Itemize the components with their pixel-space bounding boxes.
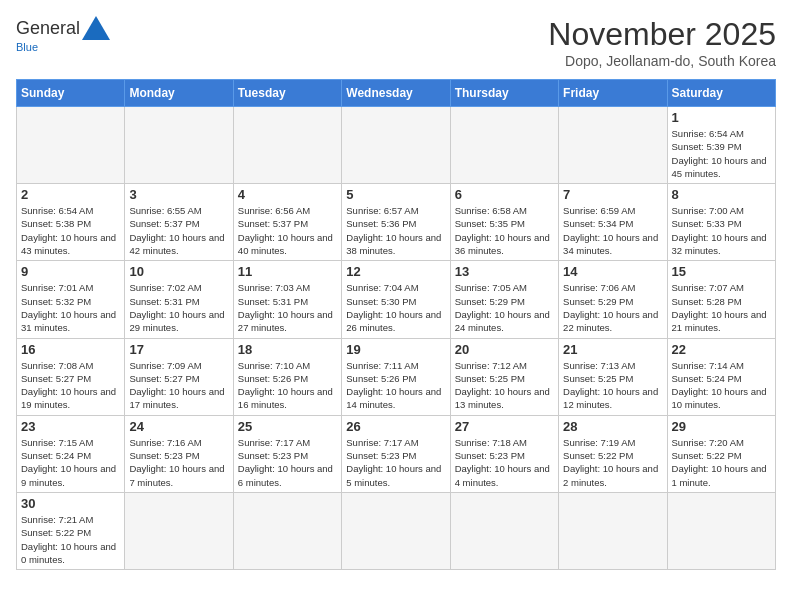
day-info: Sunrise: 6:55 AM Sunset: 5:37 PM Dayligh… [129,204,228,257]
calendar-header-row: SundayMondayTuesdayWednesdayThursdayFrid… [17,80,776,107]
calendar-week-row: 9Sunrise: 7:01 AM Sunset: 5:32 PM Daylig… [17,261,776,338]
calendar-cell: 14Sunrise: 7:06 AM Sunset: 5:29 PM Dayli… [559,261,667,338]
calendar-cell: 4Sunrise: 6:56 AM Sunset: 5:37 PM Daylig… [233,184,341,261]
day-info: Sunrise: 7:02 AM Sunset: 5:31 PM Dayligh… [129,281,228,334]
day-number: 23 [21,419,120,434]
calendar-cell [559,107,667,184]
day-number: 25 [238,419,337,434]
calendar-cell: 3Sunrise: 6:55 AM Sunset: 5:37 PM Daylig… [125,184,233,261]
day-info: Sunrise: 7:03 AM Sunset: 5:31 PM Dayligh… [238,281,337,334]
day-number: 3 [129,187,228,202]
calendar-cell: 2Sunrise: 6:54 AM Sunset: 5:38 PM Daylig… [17,184,125,261]
day-info: Sunrise: 7:06 AM Sunset: 5:29 PM Dayligh… [563,281,662,334]
calendar-cell: 23Sunrise: 7:15 AM Sunset: 5:24 PM Dayli… [17,415,125,492]
day-info: Sunrise: 7:09 AM Sunset: 5:27 PM Dayligh… [129,359,228,412]
day-of-week-header: Monday [125,80,233,107]
calendar-cell: 10Sunrise: 7:02 AM Sunset: 5:31 PM Dayli… [125,261,233,338]
calendar-cell: 11Sunrise: 7:03 AM Sunset: 5:31 PM Dayli… [233,261,341,338]
day-number: 9 [21,264,120,279]
day-info: Sunrise: 7:18 AM Sunset: 5:23 PM Dayligh… [455,436,554,489]
calendar-week-row: 2Sunrise: 6:54 AM Sunset: 5:38 PM Daylig… [17,184,776,261]
calendar-week-row: 30Sunrise: 7:21 AM Sunset: 5:22 PM Dayli… [17,492,776,569]
day-info: Sunrise: 6:58 AM Sunset: 5:35 PM Dayligh… [455,204,554,257]
day-info: Sunrise: 7:00 AM Sunset: 5:33 PM Dayligh… [672,204,771,257]
calendar-cell: 17Sunrise: 7:09 AM Sunset: 5:27 PM Dayli… [125,338,233,415]
day-number: 16 [21,342,120,357]
calendar-cell: 22Sunrise: 7:14 AM Sunset: 5:24 PM Dayli… [667,338,775,415]
day-number: 11 [238,264,337,279]
day-info: Sunrise: 7:17 AM Sunset: 5:23 PM Dayligh… [238,436,337,489]
calendar-cell [342,492,450,569]
logo-general: General [16,19,80,37]
calendar-cell: 18Sunrise: 7:10 AM Sunset: 5:26 PM Dayli… [233,338,341,415]
calendar-cell [559,492,667,569]
day-number: 1 [672,110,771,125]
subtitle: Dopo, Jeollanam-do, South Korea [548,53,776,69]
day-number: 22 [672,342,771,357]
day-of-week-header: Thursday [450,80,558,107]
day-number: 17 [129,342,228,357]
calendar-cell: 7Sunrise: 6:59 AM Sunset: 5:34 PM Daylig… [559,184,667,261]
calendar-cell: 1Sunrise: 6:54 AM Sunset: 5:39 PM Daylig… [667,107,775,184]
calendar-cell: 24Sunrise: 7:16 AM Sunset: 5:23 PM Dayli… [125,415,233,492]
calendar-cell: 12Sunrise: 7:04 AM Sunset: 5:30 PM Dayli… [342,261,450,338]
day-info: Sunrise: 7:11 AM Sunset: 5:26 PM Dayligh… [346,359,445,412]
calendar-table: SundayMondayTuesdayWednesdayThursdayFrid… [16,79,776,570]
day-number: 21 [563,342,662,357]
calendar-cell: 16Sunrise: 7:08 AM Sunset: 5:27 PM Dayli… [17,338,125,415]
day-number: 8 [672,187,771,202]
calendar-week-row: 16Sunrise: 7:08 AM Sunset: 5:27 PM Dayli… [17,338,776,415]
day-number: 27 [455,419,554,434]
title-section: November 2025 Dopo, Jeollanam-do, South … [548,16,776,69]
day-info: Sunrise: 7:20 AM Sunset: 5:22 PM Dayligh… [672,436,771,489]
day-info: Sunrise: 6:54 AM Sunset: 5:38 PM Dayligh… [21,204,120,257]
calendar-cell: 9Sunrise: 7:01 AM Sunset: 5:32 PM Daylig… [17,261,125,338]
day-number: 15 [672,264,771,279]
day-of-week-header: Friday [559,80,667,107]
calendar-cell [342,107,450,184]
day-info: Sunrise: 7:19 AM Sunset: 5:22 PM Dayligh… [563,436,662,489]
calendar-cell: 28Sunrise: 7:19 AM Sunset: 5:22 PM Dayli… [559,415,667,492]
calendar-cell [125,492,233,569]
day-number: 18 [238,342,337,357]
calendar-cell: 25Sunrise: 7:17 AM Sunset: 5:23 PM Dayli… [233,415,341,492]
day-info: Sunrise: 6:56 AM Sunset: 5:37 PM Dayligh… [238,204,337,257]
calendar-cell: 20Sunrise: 7:12 AM Sunset: 5:25 PM Dayli… [450,338,558,415]
calendar-week-row: 23Sunrise: 7:15 AM Sunset: 5:24 PM Dayli… [17,415,776,492]
day-number: 7 [563,187,662,202]
day-info: Sunrise: 7:16 AM Sunset: 5:23 PM Dayligh… [129,436,228,489]
day-number: 5 [346,187,445,202]
day-number: 14 [563,264,662,279]
calendar-cell: 29Sunrise: 7:20 AM Sunset: 5:22 PM Dayli… [667,415,775,492]
calendar-cell [125,107,233,184]
day-info: Sunrise: 6:57 AM Sunset: 5:36 PM Dayligh… [346,204,445,257]
calendar-cell: 26Sunrise: 7:17 AM Sunset: 5:23 PM Dayli… [342,415,450,492]
day-info: Sunrise: 7:13 AM Sunset: 5:25 PM Dayligh… [563,359,662,412]
calendar-cell: 19Sunrise: 7:11 AM Sunset: 5:26 PM Dayli… [342,338,450,415]
calendar-cell: 8Sunrise: 7:00 AM Sunset: 5:33 PM Daylig… [667,184,775,261]
day-info: Sunrise: 7:10 AM Sunset: 5:26 PM Dayligh… [238,359,337,412]
day-info: Sunrise: 7:01 AM Sunset: 5:32 PM Dayligh… [21,281,120,334]
day-info: Sunrise: 7:14 AM Sunset: 5:24 PM Dayligh… [672,359,771,412]
day-info: Sunrise: 7:05 AM Sunset: 5:29 PM Dayligh… [455,281,554,334]
calendar-cell: 15Sunrise: 7:07 AM Sunset: 5:28 PM Dayli… [667,261,775,338]
day-number: 30 [21,496,120,511]
calendar-cell: 5Sunrise: 6:57 AM Sunset: 5:36 PM Daylig… [342,184,450,261]
day-number: 26 [346,419,445,434]
day-number: 19 [346,342,445,357]
calendar-cell: 21Sunrise: 7:13 AM Sunset: 5:25 PM Dayli… [559,338,667,415]
calendar-cell [667,492,775,569]
day-number: 2 [21,187,120,202]
day-number: 4 [238,187,337,202]
day-of-week-header: Tuesday [233,80,341,107]
day-number: 6 [455,187,554,202]
day-info: Sunrise: 7:17 AM Sunset: 5:23 PM Dayligh… [346,436,445,489]
page-header: General Blue November 2025 Dopo, Jeollan… [16,16,776,69]
day-of-week-header: Saturday [667,80,775,107]
calendar-cell [17,107,125,184]
logo: General Blue [16,16,110,53]
day-number: 20 [455,342,554,357]
day-number: 29 [672,419,771,434]
day-info: Sunrise: 7:15 AM Sunset: 5:24 PM Dayligh… [21,436,120,489]
calendar-cell: 13Sunrise: 7:05 AM Sunset: 5:29 PM Dayli… [450,261,558,338]
